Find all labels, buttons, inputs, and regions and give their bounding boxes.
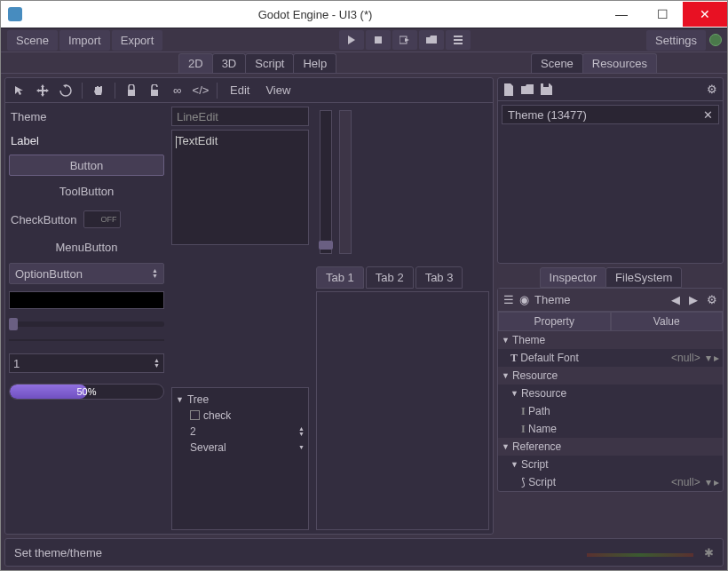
gear-icon[interactable]: ⚙ (707, 83, 717, 96)
textedit-control[interactable]: TextEdit (171, 130, 309, 245)
list-view-icon[interactable]: ☰ (503, 293, 514, 306)
toolbutton-control[interactable]: ToolButton (9, 179, 164, 203)
tab-scene[interactable]: Scene (531, 53, 583, 73)
maximize-button[interactable]: ☐ (642, 2, 683, 27)
tab-1[interactable]: Tab 1 (316, 266, 364, 289)
resource-filter[interactable]: Theme (13477) ✕ (502, 105, 719, 124)
svg-rect-2 (454, 36, 463, 37)
vslider-control[interactable] (320, 110, 332, 254)
sub-script[interactable]: ▼Script (498, 456, 723, 473)
section-reference[interactable]: ▼Reference (498, 438, 723, 456)
button-control[interactable]: Button (9, 155, 164, 176)
vscrollbar-control[interactable] (339, 110, 352, 254)
tree-control[interactable]: ▼Tree check 2▲▼ Several▼ (171, 387, 309, 531)
titlebar[interactable]: Godot Engine - UI3 (*) — ☐ ✕ (1, 1, 727, 28)
svg-rect-6 (151, 90, 158, 96)
code-icon[interactable]: </> (192, 82, 210, 99)
col-property: Property (498, 312, 611, 331)
checkbutton-label: CheckButton (11, 213, 76, 226)
list-icon[interactable] (446, 30, 471, 50)
progressbar-control: 50% (9, 384, 164, 400)
clear-filter-icon[interactable]: ✕ (703, 108, 713, 122)
prop-path[interactable]: I Path (498, 402, 723, 420)
close-button[interactable]: ✕ (683, 2, 727, 27)
rotate-icon[interactable] (57, 82, 75, 99)
theme-label: Theme (9, 107, 164, 127)
window-title: Godot Engine - UI3 (*) (29, 8, 601, 21)
lock-icon[interactable] (123, 82, 140, 99)
svg-rect-3 (454, 39, 463, 41)
prop-script[interactable]: ⟆ Script<null> ▾ ▸ (498, 473, 723, 491)
tab-2[interactable]: Tab 2 (366, 266, 414, 289)
edit-menu[interactable]: Edit (225, 83, 255, 97)
tabcontainer-body (316, 291, 489, 530)
svg-rect-0 (375, 36, 382, 44)
inspector-object: Theme (534, 293, 570, 306)
tab-3d[interactable]: 3D (212, 53, 247, 73)
next-icon[interactable]: ▶ (689, 293, 698, 306)
inspector-gear-icon[interactable]: ⚙ (707, 293, 717, 306)
sub-resource[interactable]: ▼Resource (498, 385, 723, 402)
tab-script[interactable]: Script (245, 53, 294, 73)
view-menu[interactable]: View (260, 83, 296, 97)
tab-filesystem[interactable]: FileSystem (605, 267, 682, 288)
object-icon: ◉ (519, 293, 529, 306)
link-icon[interactable]: ∞ (169, 82, 186, 99)
arrow-icon[interactable] (11, 82, 28, 99)
color-rect (9, 291, 164, 309)
checkbutton-toggle[interactable]: OFF (83, 210, 121, 228)
section-resource[interactable]: ▼Resource (498, 367, 723, 385)
label-control: Label (9, 131, 164, 151)
status-indicator-icon (709, 34, 722, 46)
tab-3[interactable]: Tab 3 (415, 266, 463, 289)
tab-inspector[interactable]: Inspector (540, 267, 606, 288)
stop-icon[interactable] (366, 30, 391, 50)
svg-rect-5 (128, 90, 135, 96)
tab-resources[interactable]: Resources (582, 53, 657, 73)
tab-2d[interactable]: 2D (178, 53, 213, 73)
hslider-control[interactable] (9, 321, 164, 327)
statusbar: Set theme/theme ✱ (4, 538, 724, 567)
menubutton-control[interactable]: MenuButton (9, 235, 164, 259)
folder-icon[interactable] (419, 30, 444, 50)
play-scene-icon[interactable] (392, 30, 417, 50)
prev-icon[interactable]: ◀ (671, 293, 680, 306)
move-icon[interactable] (34, 82, 51, 99)
prop-name[interactable]: I Name (498, 420, 723, 438)
menu-export[interactable]: Export (112, 30, 163, 51)
minimize-button[interactable]: — (601, 2, 642, 27)
menu-import[interactable]: Import (59, 30, 110, 51)
settings-button[interactable]: Settings (646, 30, 706, 51)
menu-scene[interactable]: Scene (7, 30, 58, 51)
col-value: Value (611, 312, 724, 331)
save-icon[interactable] (541, 83, 552, 95)
optionbutton-control[interactable]: OptionButton ▲▼ (9, 263, 164, 284)
status-text: Set theme/theme (14, 546, 102, 559)
section-theme[interactable]: ▼Theme (498, 331, 723, 349)
resource-list[interactable] (498, 128, 723, 263)
svg-rect-4 (454, 43, 463, 44)
pan-icon[interactable] (90, 82, 107, 99)
tab-help[interactable]: Help (293, 53, 336, 73)
hscrollbar-control[interactable] (9, 339, 164, 341)
app-icon (8, 7, 22, 21)
open-folder-icon[interactable] (521, 84, 534, 95)
lineedit-control[interactable]: LineEdit (171, 107, 309, 126)
prop-default-font[interactable]: T Default Font<null> ▾ ▸ (498, 349, 723, 367)
play-icon[interactable] (339, 30, 364, 50)
spinbox-control[interactable]: 1 ▲▼ (9, 353, 164, 373)
new-file-icon[interactable] (503, 83, 514, 96)
unlock-icon[interactable] (146, 82, 163, 99)
